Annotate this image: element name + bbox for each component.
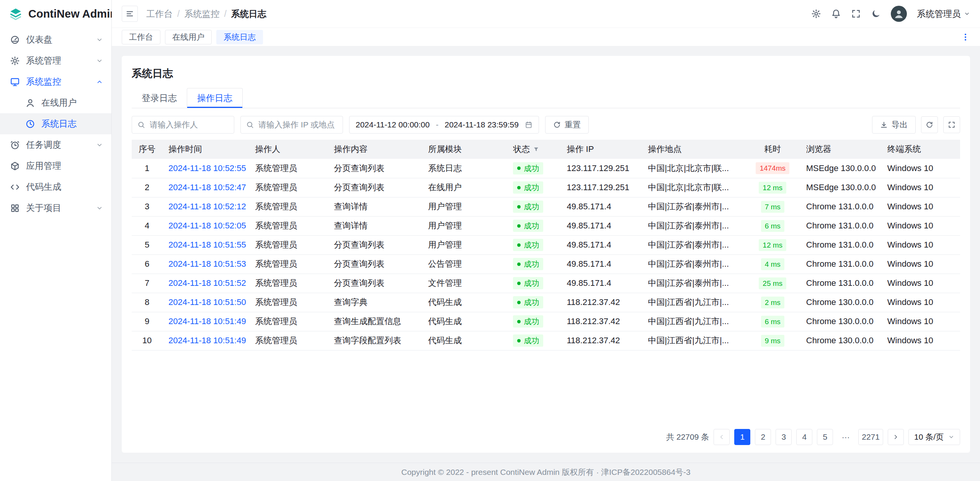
tab-workbench[interactable]: 工作台	[122, 30, 160, 44]
log-time-link[interactable]: 2024-11-18 10:51:49	[168, 316, 246, 326]
page-number-button[interactable]: 2271	[858, 429, 883, 445]
table-fullscreen-button[interactable]	[943, 116, 960, 133]
table-row: 62024-11-18 10:51:53系统管理员分页查询列表公告管理成功49.…	[132, 254, 960, 274]
sidebar-item-code-generation[interactable]: 代码生成	[0, 176, 111, 197]
cell-ip: 123.117.129.251	[560, 159, 642, 178]
log-time-link[interactable]: 2024-11-18 10:51:50	[168, 297, 246, 307]
tab-login-log[interactable]: 登录日志	[132, 88, 187, 108]
refresh-table-button[interactable]	[921, 116, 938, 133]
app-root: ContiNew Admin 仪表盘 系统管理	[0, 0, 980, 481]
operator-search-input[interactable]	[149, 120, 229, 130]
cell-module: 代码生成	[422, 293, 507, 312]
cell-seq: 7	[132, 274, 162, 293]
cell-ip: 49.85.171.4	[560, 216, 642, 235]
cell-duration: 25 ms	[745, 274, 800, 293]
table-row: 72024-11-18 10:51:52系统管理员分页查询列表文件管理成功49.…	[132, 274, 960, 293]
log-time-link[interactable]: 2024-11-18 10:52:05	[168, 221, 246, 230]
chevron-down-icon	[96, 57, 103, 64]
cell-status: 成功	[507, 216, 560, 235]
table-header-row: 序号 操作时间 操作人 操作内容 所属模块 状态 操作 IP 操作地点 耗时 浏…	[132, 140, 960, 159]
log-time-link[interactable]: 2024-11-18 10:52:47	[168, 183, 246, 192]
log-time-link[interactable]: 2024-11-18 10:52:55	[168, 163, 246, 173]
cell-seq: 2	[132, 178, 162, 197]
log-time-link[interactable]: 2024-11-18 10:51:52	[168, 278, 246, 288]
date-range-start: 2024-11-12 00:00:00	[356, 120, 430, 129]
cell-location: 中国|北京|北京市|联...	[642, 178, 745, 197]
reset-button[interactable]: 重置	[545, 116, 589, 134]
cell-operator: 系统管理员	[249, 235, 328, 254]
reset-icon	[553, 121, 561, 129]
settings-icon[interactable]	[811, 9, 821, 19]
status-dot-icon	[517, 339, 521, 342]
cell-os: Windows 10	[881, 274, 960, 293]
breadcrumb: 工作台 / 系统监控 / 系统日志	[146, 8, 266, 20]
status-badge: 成功	[513, 162, 543, 174]
cell-location: 中国|江苏省|泰州市|...	[642, 235, 745, 254]
sidebar-item-system-log[interactable]: 系统日志	[0, 113, 111, 134]
cell-module: 代码生成	[422, 312, 507, 331]
app-logo[interactable]: ContiNew Admin	[0, 0, 111, 28]
fullscreen-icon[interactable]	[851, 9, 861, 19]
sidebar-item-online-users[interactable]: 在线用户	[0, 92, 111, 113]
download-icon	[880, 121, 888, 129]
col-header-ip: 操作 IP	[560, 140, 642, 159]
breadcrumb-item[interactable]: 工作台	[146, 8, 173, 20]
next-page-button[interactable]	[888, 429, 904, 445]
date-range-picker[interactable]: 2024-11-12 00:00:00 - 2024-11-18 23:59:5…	[349, 116, 539, 134]
cell-duration: 7 ms	[745, 197, 800, 216]
notification-bell-icon[interactable]	[831, 9, 841, 19]
cell-module: 在线用户	[422, 178, 507, 197]
log-time-link[interactable]: 2024-11-18 10:51:53	[168, 259, 246, 269]
sidebar-item-label: 应用管理	[26, 160, 103, 172]
logo-icon	[8, 7, 23, 21]
breadcrumb-item-current: 系统日志	[231, 8, 266, 20]
tab-system-log[interactable]: 系统日志	[216, 30, 263, 44]
tabs-more-icon[interactable]	[961, 33, 970, 42]
page-number-button[interactable]: 5	[817, 429, 833, 445]
cell-time: 2024-11-18 10:51:52	[162, 274, 249, 293]
sidebar-item-system-monitor[interactable]: 系统监控	[0, 71, 111, 92]
page-ellipsis-button[interactable]: ···	[838, 429, 854, 445]
tab-online-users[interactable]: 在线用户	[165, 30, 212, 44]
sidebar-item-dashboard[interactable]: 仪表盘	[0, 29, 111, 50]
cell-time: 2024-11-18 10:52:05	[162, 216, 249, 235]
cell-module: 文件管理	[422, 274, 507, 293]
table-row: 22024-11-18 10:52:47系统管理员分页查询列表在线用户成功123…	[132, 178, 960, 197]
page-size-select[interactable]: 10 条/页	[908, 429, 960, 445]
log-time-link[interactable]: 2024-11-18 10:51:49	[168, 336, 246, 345]
sidebar-item-label: 系统日志	[41, 118, 103, 130]
system-log-card: 系统日志 登录日志 操作日志 2024-11-12 00:00:	[122, 56, 970, 453]
status-dot-icon	[517, 243, 521, 247]
sidebar-collapse-button[interactable]	[122, 6, 138, 22]
log-time-link[interactable]: 2024-11-18 10:52:12	[168, 202, 246, 211]
page-number-button[interactable]: 1	[734, 429, 750, 445]
cell-seq: 10	[132, 331, 162, 350]
duration-badge: 25 ms	[759, 277, 786, 289]
tab-operation-log[interactable]: 操作日志	[187, 88, 243, 108]
col-header-time: 操作时间	[162, 140, 249, 159]
sidebar-item-system-management[interactable]: 系统管理	[0, 50, 111, 71]
filter-funnel-icon[interactable]	[533, 146, 539, 153]
prev-page-button[interactable]	[714, 429, 730, 445]
ip-search-input[interactable]	[258, 120, 337, 130]
page-number-button[interactable]: 4	[796, 429, 812, 445]
log-time-link[interactable]: 2024-11-18 10:51:55	[168, 240, 246, 249]
cell-os: Windows 10	[881, 331, 960, 350]
page-number-button[interactable]: 2	[755, 429, 771, 445]
cell-content: 查询生成配置信息	[328, 312, 422, 331]
export-button[interactable]: 导出	[872, 116, 916, 134]
page-number-button[interactable]: 3	[776, 429, 792, 445]
sidebar-item-task-schedule[interactable]: 任务调度	[0, 134, 111, 155]
duration-badge: 12 ms	[759, 182, 786, 194]
user-menu[interactable]: 系统管理员	[917, 8, 970, 20]
cell-time: 2024-11-18 10:52:55	[162, 159, 249, 178]
reset-button-label: 重置	[565, 119, 581, 130]
dark-mode-moon-icon[interactable]	[871, 9, 881, 19]
main-area: 工作台 / 系统监控 / 系统日志	[112, 0, 980, 481]
sidebar-item-app-management[interactable]: 应用管理	[0, 155, 111, 176]
breadcrumb-item[interactable]: 系统监控	[184, 8, 219, 20]
user-avatar[interactable]	[891, 6, 907, 22]
sidebar-item-about-project[interactable]: 关于项目	[0, 197, 111, 218]
page-title: 系统日志	[132, 67, 960, 80]
table-row: 12024-11-18 10:52:55系统管理员分页查询列表系统日志成功123…	[132, 159, 960, 178]
